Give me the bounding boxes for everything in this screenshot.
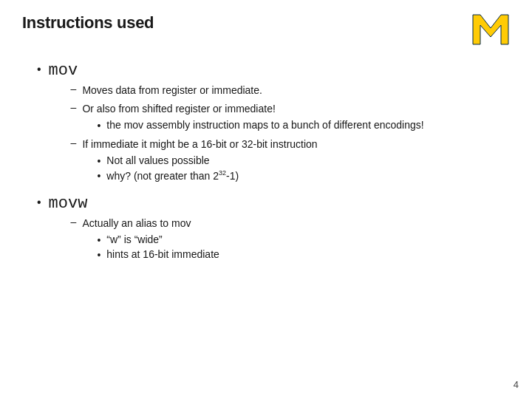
page-number: 4 — [514, 379, 519, 390]
sub-dot-1: • — [97, 120, 100, 132]
movw-dash-1: – Actually an alias to mov • “w” is “wid… — [71, 216, 219, 263]
movw-sub-bullet-2-text: hints at 16-bit immediate — [106, 248, 219, 260]
dash-2: – — [71, 101, 77, 113]
mov-dash-2-subs: • the mov assembly instruction maps to a… — [97, 119, 423, 132]
mov-sub-bullet-2-text: Not all values possible — [106, 154, 209, 166]
mov-sub-bullet-3: • why? (not greater than 232-1) — [97, 169, 317, 182]
mov-dash-2-content: Or also from shifted register or immedia… — [82, 101, 423, 134]
movw-label: movw — [49, 194, 88, 213]
movw-sub-bullet-2: • hints at 16-bit immediate — [97, 248, 219, 261]
dash-1: – — [71, 83, 77, 95]
bullet-movw-content: movw – Actually an alias to mov • “w” is… — [49, 194, 219, 266]
mov-label: mov — [49, 61, 78, 80]
dash-3: – — [71, 137, 77, 149]
movw-subs: • “w” is “wide” • hints at 16-bit immedi… — [97, 233, 219, 261]
mov-sub-bullet-2: • Not all values possible — [97, 154, 317, 167]
mov-dash-3-subs: • Not all values possible • why? (not gr… — [97, 154, 317, 182]
movw-sub-items: – Actually an alias to mov • “w” is “wid… — [71, 216, 219, 263]
svg-marker-0 — [473, 15, 508, 44]
movw-sub-bullet-1: • “w” is “wide” — [97, 233, 219, 246]
movw-dash: – — [71, 216, 77, 228]
mov-sub-items: – Moves data from register or immediate.… — [71, 83, 424, 184]
bullet-mov: • mov – Moves data from register or imme… — [37, 61, 510, 187]
mov-sub-bullet-1: • the mov assembly instruction maps to a… — [97, 119, 423, 132]
bullet-dot-2: • — [37, 196, 41, 209]
mov-dash-2: – Or also from shifted register or immed… — [71, 101, 424, 134]
movw-dash-1-content: Actually an alias to mov • “w” is “wide”… — [82, 216, 219, 263]
mov-dash-3: – If immediate it might be a 16-bit or 3… — [71, 137, 424, 184]
slide-container: Instructions used • mov – Moves data fro… — [0, 0, 532, 399]
mov-dash-3-text: If immediate it might be a 16-bit or 32-… — [82, 138, 317, 150]
university-logo — [471, 13, 510, 48]
mov-sub-bullet-3-text: why? (not greater than 232-1) — [106, 169, 239, 182]
bullet-movw: • movw – Actually an alias to mov • “w” … — [37, 194, 510, 266]
movw-sub-bullet-1-text: “w” is “wide” — [106, 233, 162, 245]
sub-dot-3: • — [97, 170, 100, 182]
slide-content: • mov – Moves data from register or imme… — [22, 61, 510, 266]
mov-dash-2-text: Or also from shifted register or immedia… — [82, 103, 275, 115]
logo-svg — [471, 13, 510, 46]
mov-dash-3-content: If immediate it might be a 16-bit or 32-… — [82, 137, 317, 184]
mov-dash-1-text: Moves data from register or immediate. — [82, 83, 262, 98]
bullet-mov-content: mov – Moves data from register or immedi… — [49, 61, 424, 187]
bullet-dot-1: • — [37, 63, 41, 76]
movw-dash-1-text: Actually an alias to mov — [82, 217, 191, 229]
mov-dash-1: – Moves data from register or immediate. — [71, 83, 424, 98]
movw-sub-dot-2: • — [97, 249, 100, 261]
slide-header: Instructions used — [22, 13, 510, 48]
movw-sub-dot-1: • — [97, 234, 100, 246]
mov-sub-bullet-1-text: the mov assembly instruction maps to a b… — [106, 119, 423, 131]
superscript-32: 32 — [219, 169, 226, 177]
sub-dot-2: • — [97, 155, 100, 167]
slide-title: Instructions used — [22, 13, 154, 33]
